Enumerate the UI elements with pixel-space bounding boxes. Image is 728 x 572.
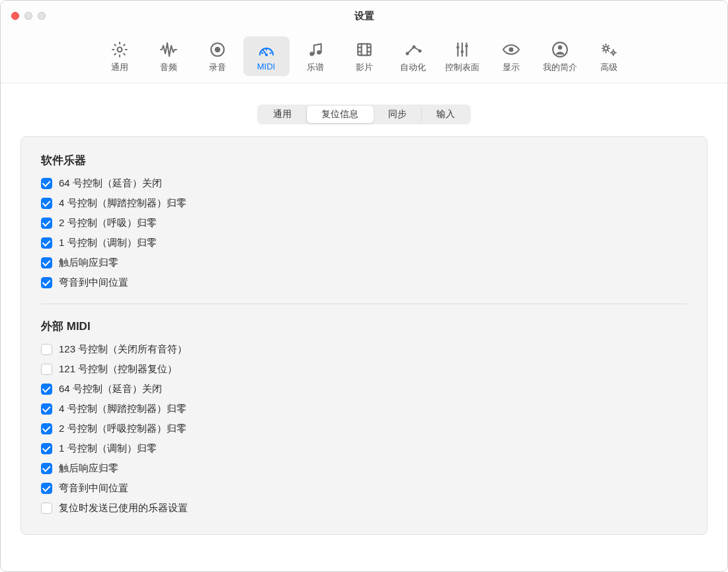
checkbox-label: 4 号控制（脚踏控制器）归零 (59, 197, 186, 210)
toolbar-label: 音频 (160, 61, 177, 73)
toolbar-label: 通用 (111, 61, 128, 73)
subtab-input[interactable]: 输入 (422, 106, 469, 123)
toolbar-tab-general[interactable]: 通用 (97, 36, 143, 76)
section-title-software: 软件乐器 (41, 153, 687, 168)
toolbar-label: 显示 (503, 61, 520, 73)
toolbar-tab-audio[interactable]: 音频 (145, 36, 192, 76)
toolbar-tab-record[interactable]: 录音 (194, 36, 241, 76)
toolbar-tab-midi[interactable]: MIDI (243, 36, 290, 76)
svg-point-2 (214, 47, 220, 53)
check-row: 2 号控制（呼吸控制器）归零 (41, 423, 687, 435)
toolbar-label: 影片 (356, 61, 373, 73)
person-icon (551, 40, 569, 59)
toolbar-tab-score[interactable]: 乐谱 (292, 36, 339, 76)
titlebar: 设置 (1, 1, 727, 31)
record-icon (208, 40, 227, 59)
toolbar-label: 录音 (209, 61, 226, 73)
check-row: 4 号控制（脚踏控制器）归零 (41, 197, 687, 210)
checkbox-label: 2 号控制（呼吸）归零 (59, 217, 157, 229)
toolbar-label: 控制表面 (445, 61, 479, 73)
checkbox-label: 弯音到中间位置 (59, 482, 128, 495)
divider (41, 304, 687, 304)
svg-rect-10 (358, 44, 371, 55)
content-area: 通用复位信息同步输入 软件乐器 64 号控制（延音）关闭4 号控制（脚踏控制器）… (1, 83, 727, 555)
toolbar-tab-movie[interactable]: 影片 (341, 36, 387, 76)
checkbox-label: 弯音到中间位置 (59, 276, 128, 289)
checkbox-label: 触后响应归零 (59, 462, 118, 475)
checkbox-label: 121 号控制（控制器复位） (59, 363, 177, 376)
svg-line-4 (263, 50, 266, 55)
checkbox-label: 64 号控制（延音）关闭 (59, 383, 162, 395)
checkbox[interactable] (41, 423, 52, 434)
checkbox[interactable] (41, 344, 52, 355)
checkbox-label: 复位时发送已使用的乐器设置 (59, 502, 188, 514)
checkbox[interactable] (41, 443, 52, 454)
checkbox[interactable] (41, 237, 52, 249)
check-row: 触后响应归零 (41, 462, 687, 475)
traffic-lights (11, 12, 46, 20)
svg-line-5 (262, 53, 263, 54)
check-row: 64 号控制（延音）关闭 (41, 383, 687, 395)
close-button[interactable] (11, 12, 19, 20)
toolbar-label: 乐谱 (307, 61, 324, 73)
segmented-control: 通用复位信息同步输入 (257, 104, 471, 124)
checkbox-label: 2 号控制（呼吸控制器）归零 (59, 423, 186, 435)
checkbox[interactable] (41, 257, 52, 268)
toolbar-label: MIDI (257, 61, 275, 71)
check-row: 弯音到中间位置 (41, 276, 687, 289)
svg-point-24 (460, 50, 463, 53)
toolbar-tab-profile[interactable]: 我的简介 (537, 36, 583, 76)
checkbox-label: 1 号控制（调制）归零 (59, 237, 157, 249)
toolbar-tab-automation[interactable]: 自动化 (390, 36, 436, 76)
svg-point-0 (117, 48, 122, 52)
sliders-icon (453, 40, 471, 59)
check-row: 121 号控制（控制器复位） (41, 363, 687, 376)
toolbar-label: 自动化 (400, 61, 426, 73)
svg-point-25 (465, 44, 467, 47)
section-title-external: 外部 MIDI (41, 319, 687, 334)
check-row: 弯音到中间位置 (41, 482, 687, 495)
check-row: 123 号控制（关闭所有音符） (41, 343, 687, 356)
svg-line-6 (270, 53, 271, 54)
svg-point-23 (456, 46, 459, 49)
svg-point-26 (508, 48, 513, 52)
check-row: 4 号控制（脚踏控制器）归零 (41, 403, 687, 415)
checkbox[interactable] (41, 178, 52, 189)
toolbar-tab-display[interactable]: 显示 (488, 36, 534, 76)
check-row: 64 号控制（延音）关闭 (41, 177, 687, 190)
subtab-reset[interactable]: 复位信息 (307, 106, 374, 123)
gauge-icon (257, 40, 276, 59)
eye-icon (502, 40, 520, 59)
svg-point-30 (612, 52, 614, 54)
checkbox[interactable] (41, 503, 52, 514)
checkbox[interactable] (41, 384, 52, 395)
checklist-software: 64 号控制（延音）关闭4 号控制（脚踏控制器）归零2 号控制（呼吸）归零1 号… (41, 177, 687, 289)
waveform-icon (159, 40, 178, 59)
automation-icon (404, 40, 423, 59)
notes-icon (306, 40, 325, 59)
check-row: 1 号控制（调制）归零 (41, 237, 687, 249)
subtab-sync[interactable]: 同步 (374, 106, 422, 123)
check-row: 复位时发送已使用的乐器设置 (41, 502, 687, 514)
checkbox-label: 1 号控制（调制）归零 (59, 442, 157, 455)
toolbar-tab-surfaces[interactable]: 控制表面 (439, 36, 485, 76)
toolbar: 通用音频录音MIDI乐谱影片自动化控制表面显示我的简介高级 (1, 31, 727, 83)
checkbox[interactable] (41, 364, 52, 375)
check-row: 2 号控制（呼吸）归零 (41, 217, 687, 229)
checkbox[interactable] (41, 403, 52, 415)
checkbox[interactable] (41, 218, 52, 229)
toolbar-label: 我的简介 (543, 61, 577, 73)
toolbar-label: 高级 (600, 61, 618, 73)
minimize-button[interactable] (24, 12, 32, 20)
checkbox[interactable] (41, 463, 52, 474)
checkbox[interactable] (41, 277, 52, 288)
film-icon (355, 40, 374, 59)
checklist-external: 123 号控制（关闭所有音符）121 号控制（控制器复位）64 号控制（延音）关… (41, 343, 687, 514)
check-row: 触后响应归零 (41, 257, 687, 269)
checkbox[interactable] (41, 483, 52, 494)
window-title: 设置 (354, 10, 374, 22)
zoom-button[interactable] (38, 12, 46, 20)
toolbar-tab-advanced[interactable]: 高级 (586, 36, 632, 76)
checkbox[interactable] (41, 198, 52, 209)
subtab-general[interactable]: 通用 (259, 106, 307, 123)
